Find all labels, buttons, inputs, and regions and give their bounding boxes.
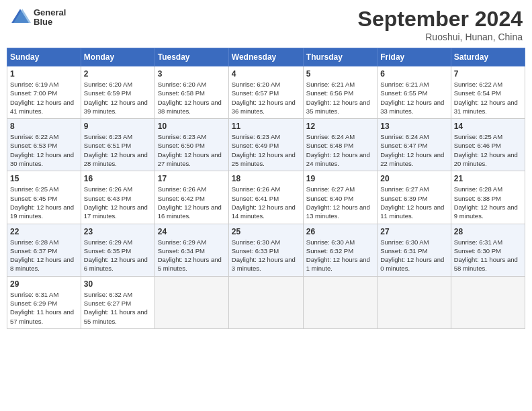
day-number: 16: [84, 174, 152, 183]
calendar-day-cell: [451, 276, 525, 328]
day-info: Sunrise: 6:24 AM Sunset: 6:48 PM Dayligh…: [306, 132, 374, 168]
day-number: 15: [10, 174, 78, 183]
day-info: Sunrise: 6:24 AM Sunset: 6:47 PM Dayligh…: [380, 132, 447, 168]
day-info: Sunrise: 6:23 AM Sunset: 6:49 PM Dayligh…: [232, 132, 300, 168]
day-number: 1: [10, 69, 78, 79]
calendar-day-cell: 30 Sunrise: 6:32 AM Sunset: 6:27 PM Dayl…: [81, 276, 154, 328]
calendar-day-cell: 16 Sunrise: 6:26 AM Sunset: 6:43 PM Dayl…: [81, 171, 154, 224]
day-number: 24: [158, 227, 226, 236]
calendar-day-cell: 8 Sunrise: 6:22 AM Sunset: 6:53 PM Dayli…: [7, 119, 81, 171]
calendar-day-cell: 23 Sunrise: 6:29 AM Sunset: 6:35 PM Dayl…: [81, 224, 154, 276]
day-number: 22: [10, 227, 78, 236]
day-of-week-header: Friday: [378, 48, 451, 66]
day-of-week-header: Monday: [81, 48, 154, 66]
logo-icon: [9, 7, 31, 28]
calendar-day-cell: 12 Sunrise: 6:24 AM Sunset: 6:48 PM Dayl…: [303, 119, 377, 171]
calendar-week-row: 22 Sunrise: 6:28 AM Sunset: 6:37 PM Dayl…: [7, 224, 525, 276]
day-number: 28: [454, 227, 522, 236]
day-number: 9: [84, 122, 152, 131]
day-info: Sunrise: 6:23 AM Sunset: 6:50 PM Dayligh…: [158, 132, 226, 168]
calendar-day-cell: [154, 276, 228, 328]
day-info: Sunrise: 6:31 AM Sunset: 6:29 PM Dayligh…: [10, 290, 78, 326]
day-info: Sunrise: 6:25 AM Sunset: 6:46 PM Dayligh…: [454, 132, 522, 168]
day-info: Sunrise: 6:30 AM Sunset: 6:31 PM Dayligh…: [380, 238, 447, 273]
calendar-week-row: 29 Sunrise: 6:31 AM Sunset: 6:29 PM Dayl…: [7, 276, 525, 328]
logo-line1: General: [34, 8, 66, 17]
day-info: Sunrise: 6:22 AM Sunset: 6:53 PM Dayligh…: [10, 132, 78, 168]
calendar-header-row: SundayMondayTuesdayWednesdayThursdayFrid…: [7, 48, 525, 66]
day-number: 29: [10, 279, 78, 289]
calendar-day-cell: 21 Sunrise: 6:28 AM Sunset: 6:38 PM Dayl…: [451, 171, 525, 224]
day-info: Sunrise: 6:26 AM Sunset: 6:42 PM Dayligh…: [158, 185, 226, 220]
logo-line2: Blue: [34, 17, 66, 27]
logo: General Blue: [9, 7, 66, 28]
day-of-week-header: Thursday: [303, 48, 377, 66]
day-number: 12: [306, 122, 374, 131]
day-info: Sunrise: 6:30 AM Sunset: 6:32 PM Dayligh…: [306, 238, 374, 273]
calendar-day-cell: [228, 276, 303, 328]
day-number: 5: [306, 69, 374, 79]
calendar-day-cell: 26 Sunrise: 6:30 AM Sunset: 6:32 PM Dayl…: [303, 224, 377, 276]
day-info: Sunrise: 6:20 AM Sunset: 6:59 PM Dayligh…: [84, 80, 152, 116]
calendar-day-cell: 6 Sunrise: 6:21 AM Sunset: 6:55 PM Dayli…: [378, 66, 451, 119]
calendar-day-cell: 24 Sunrise: 6:29 AM Sunset: 6:34 PM Dayl…: [154, 224, 228, 276]
calendar-day-cell: 10 Sunrise: 6:23 AM Sunset: 6:50 PM Dayl…: [154, 119, 228, 171]
calendar-day-cell: 19 Sunrise: 6:27 AM Sunset: 6:40 PM Dayl…: [303, 171, 377, 224]
calendar-day-cell: 2 Sunrise: 6:20 AM Sunset: 6:59 PM Dayli…: [81, 66, 154, 119]
day-info: Sunrise: 6:27 AM Sunset: 6:39 PM Dayligh…: [380, 185, 447, 220]
day-info: Sunrise: 6:19 AM Sunset: 7:00 PM Dayligh…: [10, 80, 78, 116]
month-year: September 2024: [358, 7, 523, 32]
day-number: 10: [158, 122, 226, 131]
calendar-body: 1 Sunrise: 6:19 AM Sunset: 7:00 PM Dayli…: [7, 66, 525, 329]
day-info: Sunrise: 6:23 AM Sunset: 6:51 PM Dayligh…: [84, 132, 152, 168]
calendar-day-cell: 11 Sunrise: 6:23 AM Sunset: 6:49 PM Dayl…: [228, 119, 303, 171]
calendar-week-row: 15 Sunrise: 6:25 AM Sunset: 6:45 PM Dayl…: [7, 171, 525, 224]
day-number: 3: [158, 69, 226, 79]
day-number: 23: [84, 227, 152, 236]
calendar-day-cell: 7 Sunrise: 6:22 AM Sunset: 6:54 PM Dayli…: [451, 66, 525, 119]
day-info: Sunrise: 6:21 AM Sunset: 6:56 PM Dayligh…: [306, 80, 374, 116]
day-info: Sunrise: 6:20 AM Sunset: 6:58 PM Dayligh…: [158, 80, 226, 116]
day-info: Sunrise: 6:27 AM Sunset: 6:40 PM Dayligh…: [306, 185, 374, 220]
page-header: General Blue September 2024 Ruoshui, Hun…: [7, 7, 525, 42]
day-info: Sunrise: 6:29 AM Sunset: 6:35 PM Dayligh…: [84, 238, 152, 273]
day-number: 4: [232, 69, 300, 79]
day-number: 21: [454, 174, 522, 183]
day-number: 18: [232, 174, 300, 183]
day-number: 30: [84, 279, 152, 289]
day-number: 25: [232, 227, 300, 236]
day-number: 8: [10, 122, 78, 131]
day-number: 2: [84, 69, 152, 79]
calendar-week-row: 1 Sunrise: 6:19 AM Sunset: 7:00 PM Dayli…: [7, 66, 525, 119]
day-number: 14: [454, 122, 522, 131]
day-info: Sunrise: 6:25 AM Sunset: 6:45 PM Dayligh…: [10, 185, 78, 220]
logo-text: General Blue: [34, 8, 66, 28]
calendar-day-cell: 15 Sunrise: 6:25 AM Sunset: 6:45 PM Dayl…: [7, 171, 81, 224]
day-number: 19: [306, 174, 374, 183]
calendar-day-cell: 20 Sunrise: 6:27 AM Sunset: 6:39 PM Dayl…: [378, 171, 451, 224]
day-of-week-header: Saturday: [451, 48, 525, 66]
day-info: Sunrise: 6:28 AM Sunset: 6:37 PM Dayligh…: [10, 238, 78, 273]
day-info: Sunrise: 6:32 AM Sunset: 6:27 PM Dayligh…: [84, 290, 152, 326]
day-info: Sunrise: 6:30 AM Sunset: 6:33 PM Dayligh…: [232, 238, 300, 273]
calendar-table: SundayMondayTuesdayWednesdayThursdayFrid…: [7, 48, 525, 329]
day-number: 11: [232, 122, 300, 131]
calendar-day-cell: [378, 276, 451, 328]
day-info: Sunrise: 6:21 AM Sunset: 6:55 PM Dayligh…: [380, 80, 447, 116]
calendar-day-cell: 13 Sunrise: 6:24 AM Sunset: 6:47 PM Dayl…: [378, 119, 451, 171]
day-info: Sunrise: 6:26 AM Sunset: 6:43 PM Dayligh…: [84, 185, 152, 220]
calendar-day-cell: 3 Sunrise: 6:20 AM Sunset: 6:58 PM Dayli…: [154, 66, 228, 119]
day-of-week-header: Sunday: [7, 48, 81, 66]
day-info: Sunrise: 6:26 AM Sunset: 6:41 PM Dayligh…: [232, 185, 300, 220]
calendar-day-cell: 17 Sunrise: 6:26 AM Sunset: 6:42 PM Dayl…: [154, 171, 228, 224]
day-number: 27: [380, 227, 447, 236]
calendar-day-cell: 4 Sunrise: 6:20 AM Sunset: 6:57 PM Dayli…: [228, 66, 303, 119]
calendar-day-cell: [303, 276, 377, 328]
day-info: Sunrise: 6:22 AM Sunset: 6:54 PM Dayligh…: [454, 80, 522, 116]
calendar-day-cell: 28 Sunrise: 6:31 AM Sunset: 6:30 PM Dayl…: [451, 224, 525, 276]
calendar-day-cell: 14 Sunrise: 6:25 AM Sunset: 6:46 PM Dayl…: [451, 119, 525, 171]
calendar-day-cell: 9 Sunrise: 6:23 AM Sunset: 6:51 PM Dayli…: [81, 119, 154, 171]
day-number: 17: [158, 174, 226, 183]
day-number: 7: [454, 69, 522, 79]
day-of-week-header: Tuesday: [154, 48, 228, 66]
